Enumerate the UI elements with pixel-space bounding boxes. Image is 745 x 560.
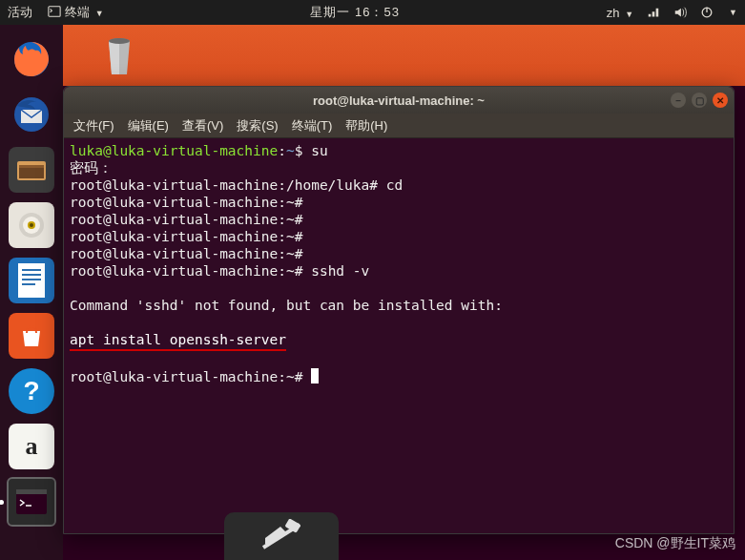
svg-rect-17 <box>22 279 41 280</box>
amazon-icon: a <box>26 432 38 461</box>
terminal-line: Command 'sshd' not found, but can be ins… <box>70 298 503 313</box>
clock[interactable]: 星期一 16：53 <box>104 4 607 21</box>
prompt-path: ~ <box>286 143 295 158</box>
chevron-down-icon: ▼ <box>95 9 104 18</box>
launcher-files[interactable] <box>9 147 54 193</box>
power-icon[interactable] <box>700 6 714 19</box>
active-app-indicator[interactable]: 终端 ▼ <box>48 4 104 21</box>
svg-rect-9 <box>19 165 44 168</box>
terminal-line: root@luka-virtual-machine:~# <box>70 246 311 261</box>
svg-rect-15 <box>22 269 41 271</box>
volume-icon[interactable] <box>673 6 687 19</box>
window-title: root@luka-virtual-machine: ~ <box>313 93 485 108</box>
terminal-menubar: 文件(F) 编辑(E) 查看(V) 搜索(S) 终端(T) 帮助(H) <box>64 114 734 138</box>
launcher-rhythmbox[interactable] <box>9 202 54 248</box>
terminal-line: root@luka-virtual-machine:~# <box>70 263 311 279</box>
terminal-line: root@luka-virtual-machine:~# <box>70 369 311 384</box>
music-icon <box>17 211 46 239</box>
launcher-firefox[interactable] <box>9 36 54 82</box>
thunderbird-icon <box>11 94 52 135</box>
files-icon <box>15 156 48 184</box>
svg-point-4 <box>109 38 130 44</box>
launcher-ubuntu-software[interactable] <box>9 313 54 359</box>
svg-point-13 <box>30 223 33 227</box>
notification-popup[interactable] <box>224 512 339 560</box>
shopping-bag-icon <box>17 321 46 350</box>
window-titlebar[interactable]: root@luka-virtual-machine: ~ – ▢ ✕ <box>64 87 734 114</box>
activities-button[interactable]: 活动 <box>8 4 32 21</box>
terminal-line-highlighted: apt install openssh-server <box>70 331 286 351</box>
launcher-amazon[interactable]: a <box>9 424 54 469</box>
terminal-icon <box>15 488 48 515</box>
firefox-icon <box>11 39 52 79</box>
svg-rect-20 <box>16 489 47 494</box>
svg-rect-18 <box>22 283 35 285</box>
desktop-background <box>63 25 745 86</box>
menu-terminal[interactable]: 终端(T) <box>292 117 333 135</box>
menu-view[interactable]: 查看(V) <box>182 117 223 135</box>
launcher-dock: ? a <box>0 25 63 560</box>
terminal-line: root@luka-virtual-machine:~# <box>70 212 311 227</box>
launcher-thunderbird[interactable] <box>9 92 54 137</box>
svg-rect-16 <box>22 274 41 276</box>
question-icon: ? <box>23 376 39 406</box>
terminal-output[interactable]: luka@luka-virtual-machine:~$ su 密码： root… <box>64 138 734 533</box>
terminal-cursor <box>311 368 319 384</box>
menu-help[interactable]: 帮助(H) <box>345 117 387 135</box>
terminal-line: root@luka-virtual-machine:~# <box>70 229 311 244</box>
terminal-small-icon <box>48 5 61 18</box>
close-button[interactable]: ✕ <box>713 93 728 108</box>
network-icon[interactable] <box>647 6 660 19</box>
maximize-button[interactable]: ▢ <box>692 93 707 108</box>
terminal-line: root@luka-virtual-machine:~# <box>70 195 311 210</box>
trash-icon[interactable] <box>103 36 135 76</box>
terminal-line: 密码： <box>70 160 113 176</box>
launcher-terminal[interactable] <box>9 479 54 525</box>
menu-file[interactable]: 文件(F) <box>73 117 114 135</box>
menu-edit[interactable]: 编辑(E) <box>128 117 169 135</box>
launcher-libreoffice-writer[interactable] <box>9 258 54 303</box>
disabled-tool-icon <box>258 519 305 553</box>
terminal-line: root@luka-virtual-machine:/home/luka# <box>70 177 386 193</box>
command-text: $ su <box>295 143 328 158</box>
minimize-button[interactable]: – <box>671 93 686 108</box>
svg-rect-0 <box>49 7 60 17</box>
menu-search[interactable]: 搜索(S) <box>237 117 278 135</box>
input-method-indicator[interactable]: zh ▼ <box>607 6 633 20</box>
document-icon <box>15 261 48 300</box>
launcher-help[interactable]: ? <box>9 368 54 414</box>
terminal-window: root@luka-virtual-machine: ~ – ▢ ✕ 文件(F)… <box>63 86 735 534</box>
chevron-down-icon: ▼ <box>729 8 737 17</box>
prompt-user: luka@luka-virtual-machine <box>70 143 278 158</box>
watermark: CSDN @野生IT菜鸡 <box>615 535 735 552</box>
top-panel: 活动 终端 ▼ 星期一 16：53 zh ▼ ▼ <box>0 0 745 25</box>
